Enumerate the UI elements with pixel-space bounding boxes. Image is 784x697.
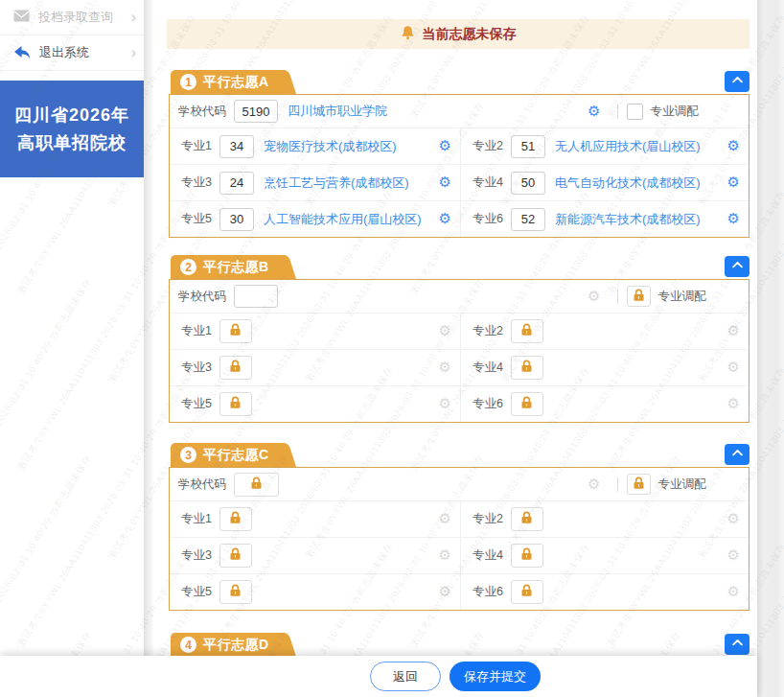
major-code-input-A2[interactable] — [511, 135, 545, 158]
major-code-lock — [511, 507, 543, 531]
collapse-section-C-button[interactable] — [725, 444, 749, 465]
sidebar-banner: 四川省2026年 高职单招院校 — [0, 81, 144, 177]
section-number-badge: 2 — [180, 259, 196, 275]
major-cell: 专业2⚙ — [461, 501, 749, 537]
gear-icon: ⚙ — [439, 548, 451, 563]
major-label: 专业3 — [181, 174, 212, 191]
school-code-row: 学校代码四川城市职业学院⚙专业调配 — [170, 95, 749, 128]
envelope-icon — [13, 10, 30, 25]
lock-icon — [229, 396, 242, 412]
major-code-lock — [511, 580, 543, 604]
major-name-link[interactable]: 人工智能技术应用(眉山校区) — [264, 211, 422, 228]
collapse-section-D-button[interactable] — [725, 634, 749, 655]
school-code-input-B[interactable] — [234, 285, 278, 308]
major-name-link[interactable]: 宠物医疗技术(成都校区) — [264, 138, 397, 155]
gear-icon: ⚙ — [439, 360, 451, 375]
section-number-badge: 1 — [180, 74, 196, 90]
school-code-label: 学校代码 — [178, 289, 226, 305]
section-header-row: 2平行志愿B — [169, 255, 749, 279]
major-cell: 专业6⚙ — [461, 386, 749, 422]
gear-icon: ⚙ — [439, 512, 451, 526]
gear-icon: ⚙ — [727, 548, 740, 563]
school-name-link[interactable]: 四川城市职业学院 — [288, 103, 387, 120]
major-name-link[interactable]: 无人机应用技术(眉山校区) — [555, 138, 701, 155]
section-C: 3平行志愿C学校代码⚙专业调配专业1⚙专业2⚙专业3⚙专业4⚙专业5⚙专业6⚙ — [169, 443, 749, 611]
lock-icon — [520, 511, 533, 527]
major-name-link[interactable]: 烹饪工艺与营养(成都校区) — [264, 174, 409, 192]
gear-icon[interactable]: ⚙ — [727, 212, 740, 226]
section-title: 平行志愿B — [203, 259, 269, 276]
gear-icon: ⚙ — [727, 585, 740, 599]
back-button[interactable]: 返回 — [370, 662, 441, 691]
school-code-lock — [234, 473, 279, 497]
chevron-right-icon: › — [131, 45, 136, 60]
gear-icon[interactable]: ⚙ — [727, 175, 740, 190]
adjust-controls: ⚙专业调配 — [588, 95, 698, 128]
major-cell: 专业3烹饪工艺与营养(成都校区)⚙ — [170, 165, 461, 200]
major-label: 专业2 — [473, 323, 503, 339]
adjust-controls: ⚙专业调配 — [588, 280, 705, 313]
section-B: 2平行志愿B学校代码⚙专业调配专业1⚙专业2⚙专业3⚙专业4⚙专业5⚙专业6⚙ — [169, 255, 749, 423]
gear-icon[interactable]: ⚙ — [727, 139, 740, 153]
lock-icon — [229, 323, 242, 339]
collapse-section-A-button[interactable] — [725, 71, 749, 92]
unsaved-alert-banner: 当前志愿未保存 — [167, 19, 749, 49]
lock-icon — [520, 323, 533, 339]
major-code-input-A4[interactable] — [511, 172, 545, 195]
gear-icon[interactable]: ⚙ — [588, 105, 600, 119]
chevron-up-icon — [730, 636, 745, 653]
major-code-input-A1[interactable] — [219, 135, 254, 158]
major-label: 专业5 — [181, 396, 212, 412]
divider — [617, 477, 618, 492]
chevron-up-icon — [730, 446, 745, 463]
major-label: 专业4 — [473, 547, 503, 564]
volunteer-fill-page: 投档录取查询 › 退出系统 › 四川省2026年 高职单招院校 当前志愿未保存 … — [0, 0, 784, 697]
lock-icon — [229, 584, 242, 600]
gear-icon: ⚙ — [588, 290, 600, 304]
gear-icon[interactable]: ⚙ — [439, 139, 451, 153]
reply-arrow-icon — [13, 45, 31, 61]
major-adjust-label: 专业调配 — [657, 289, 705, 305]
major-label: 专业5 — [181, 584, 212, 600]
major-code-lock — [219, 356, 252, 380]
sidebar-item-admission-query: 投档录取查询 › — [0, 0, 144, 35]
section-tab-B: 2平行志愿B — [171, 255, 285, 279]
major-label: 专业3 — [181, 547, 212, 564]
major-adjust-lock — [627, 474, 651, 495]
school-code-row: 学校代码⚙专业调配 — [170, 468, 749, 501]
major-label: 专业4 — [473, 174, 503, 191]
major-label: 专业2 — [473, 511, 503, 527]
major-adjust-label: 专业调配 — [650, 104, 698, 120]
major-code-input-A3[interactable] — [219, 172, 254, 195]
alert-text: 当前志愿未保存 — [423, 26, 517, 43]
gear-icon: ⚙ — [727, 397, 740, 411]
lock-icon — [229, 360, 242, 376]
major-code-input-A5[interactable] — [219, 208, 254, 231]
chevron-up-icon — [730, 258, 745, 275]
major-name-link[interactable]: 新能源汽车技术(成都校区) — [555, 211, 701, 228]
major-adjust-lock — [627, 286, 651, 307]
sidebar-item-exit-system[interactable]: 退出系统 › — [0, 35, 144, 71]
major-label: 专业1 — [181, 138, 212, 154]
major-code-lock — [219, 544, 252, 568]
major-adjust-checkbox[interactable] — [627, 104, 643, 120]
save-and-submit-button[interactable]: 保存并提交 — [450, 662, 541, 691]
major-cell: 专业6新能源汽车技术(成都校区)⚙ — [461, 201, 749, 237]
major-label: 专业6 — [473, 396, 503, 412]
major-label: 专业4 — [473, 360, 503, 376]
major-code-lock — [511, 544, 543, 568]
gear-icon[interactable]: ⚙ — [439, 175, 451, 190]
major-row: 专业3⚙专业4⚙ — [170, 538, 749, 574]
footer-bar: 返回 保存并提交 — [0, 656, 757, 697]
section-body: 学校代码⚙专业调配专业1⚙专业2⚙专业3⚙专业4⚙专业5⚙专业6⚙ — [169, 467, 749, 611]
gear-icon[interactable]: ⚙ — [439, 212, 451, 226]
major-row: 专业5人工智能技术应用(眉山校区)⚙专业6新能源汽车技术(成都校区)⚙ — [170, 201, 749, 237]
school-code-input-A[interactable] — [234, 100, 278, 123]
major-code-input-A6[interactable] — [511, 208, 545, 231]
major-label: 专业1 — [181, 323, 212, 339]
lock-icon — [633, 476, 645, 493]
collapse-section-B-button[interactable] — [725, 256, 749, 277]
section-body: 学校代码四川城市职业学院⚙专业调配专业1宠物医疗技术(成都校区)⚙专业2无人机应… — [169, 94, 749, 238]
bell-icon — [401, 25, 415, 43]
major-name-link[interactable]: 电气自动化技术(成都校区) — [555, 174, 701, 192]
